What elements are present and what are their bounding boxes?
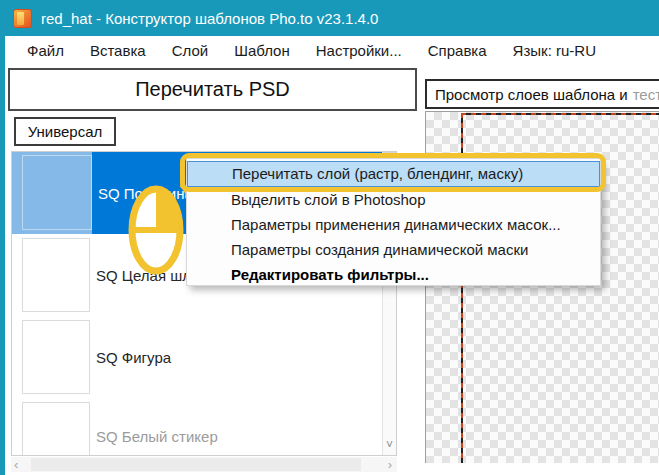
app-icon bbox=[13, 9, 32, 28]
layer-thumbnail bbox=[22, 320, 90, 394]
layer-context-menu: Перечитать слой (растр, блендинг, маску)… bbox=[186, 158, 601, 286]
window-frame-left bbox=[0, 36, 5, 475]
layer-row-figure[interactable]: SQ Фигура bbox=[12, 316, 383, 398]
layer-thumbnail bbox=[22, 238, 90, 312]
context-item-dynamic-mask-apply-params[interactable]: Параметры применения динамических масок.… bbox=[187, 212, 600, 237]
app-window: red_hat - Конструктор шаблонов Pho.to v2… bbox=[0, 0, 659, 475]
preview-title-secondary: тестов bbox=[633, 86, 659, 103]
layer-label: SQ Белый стикер bbox=[96, 398, 218, 456]
reread-psd-button[interactable]: Перечитать PSD bbox=[8, 68, 417, 111]
menu-file[interactable]: Файл bbox=[14, 38, 77, 63]
layer-thumbnail bbox=[22, 155, 92, 230]
context-item-edit-filters[interactable]: Редактировать фильтры... bbox=[187, 262, 600, 287]
context-item-reread-layer[interactable]: Перечитать слой (растр, блендинг, маску) bbox=[187, 161, 600, 187]
canvas-boundary-dash-top bbox=[461, 113, 659, 115]
mouse-left-click-icon bbox=[126, 180, 192, 282]
scrollbar-thumb[interactable] bbox=[31, 458, 361, 471]
menubar: Файл Вставка Слой Шаблон Настройки... Сп… bbox=[5, 36, 659, 64]
layer-row-white-sticker[interactable]: SQ Белый стикер bbox=[12, 398, 383, 456]
scroll-right-icon[interactable]: › bbox=[388, 457, 392, 472]
menu-layer[interactable]: Слой bbox=[159, 38, 221, 63]
preview-title-primary: Просмотр слоев шаблона и bbox=[435, 86, 628, 103]
layers-horizontal-scrollbar[interactable]: ‹ › bbox=[11, 457, 397, 472]
context-item-dynamic-mask-create-params[interactable]: Параметры создания динамической маски bbox=[187, 237, 600, 262]
tab-universal[interactable]: Универсал bbox=[14, 117, 116, 146]
layer-label: SQ Фигура bbox=[96, 316, 171, 398]
preview-header: Просмотр слоев шаблона и тестов bbox=[425, 79, 659, 109]
layer-thumbnail bbox=[22, 402, 90, 456]
menu-insert[interactable]: Вставка bbox=[77, 38, 159, 63]
menu-template[interactable]: Шаблон bbox=[221, 38, 303, 63]
window-title: red_hat - Конструктор шаблонов Pho.to v2… bbox=[41, 10, 378, 27]
titlebar: red_hat - Конструктор шаблонов Pho.to v2… bbox=[0, 0, 659, 36]
menu-language[interactable]: Язык: ru-RU bbox=[500, 38, 609, 63]
menu-help[interactable]: Справка bbox=[415, 38, 500, 63]
menu-settings[interactable]: Настройки... bbox=[303, 38, 415, 63]
scroll-left-icon[interactable]: ‹ bbox=[14, 457, 18, 472]
context-item-select-in-photoshop[interactable]: Выделить слой в Photoshop bbox=[187, 187, 600, 212]
scroll-down-icon[interactable]: ˅ bbox=[383, 436, 396, 453]
